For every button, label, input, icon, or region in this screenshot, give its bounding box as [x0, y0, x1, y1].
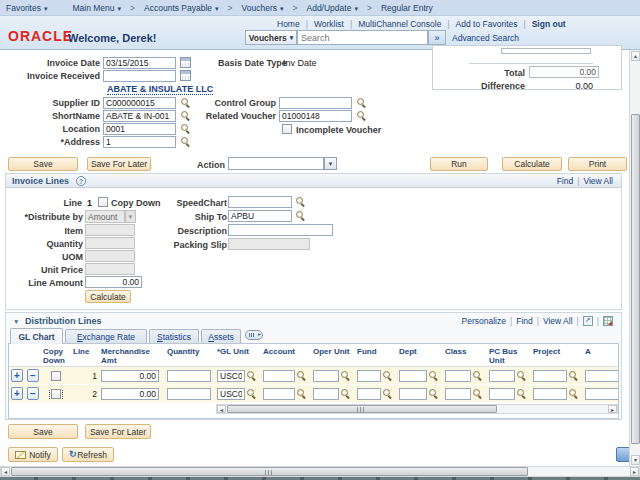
breadcrumb-vouchers[interactable]: Vouchers — [242, 3, 284, 13]
invoice-received-input[interactable] — [103, 70, 176, 82]
activity-input[interactable] — [585, 388, 619, 400]
breadcrumb-favorites[interactable]: Favorites — [6, 3, 47, 13]
supplier-name-link[interactable]: ABATE & INSULATE LLC — [107, 84, 213, 95]
refresh-button[interactable]: Refresh — [62, 447, 114, 462]
merchandise-amt-input[interactable] — [101, 388, 159, 400]
scroll-down-icon[interactable]: ▾ — [631, 455, 640, 465]
invoice-date-input[interactable] — [103, 57, 176, 69]
invoice-lines-view-all-link[interactable]: View All — [583, 176, 613, 186]
invoice-received-calendar-icon[interactable] — [180, 70, 191, 81]
zoom-grid-icon[interactable] — [583, 316, 593, 326]
shortname-input[interactable] — [103, 110, 176, 122]
project-lookup-icon[interactable] — [568, 370, 579, 381]
pc-bus-unit-input[interactable] — [489, 388, 515, 400]
save-for-later-button[interactable]: Save For Later — [87, 157, 151, 171]
location-lookup-icon[interactable] — [180, 123, 191, 134]
speedchart-lookup-icon[interactable] — [295, 196, 306, 207]
tab-gl-chart[interactable]: GL Chart — [10, 328, 63, 344]
address-lookup-icon[interactable] — [180, 136, 191, 147]
vertical-scrollbar-thumb[interactable] — [631, 114, 640, 444]
vertical-scrollbar[interactable]: ▴ ▾ — [629, 50, 640, 466]
collapse-section-icon[interactable] — [13, 316, 19, 326]
delete-row-button[interactable] — [27, 387, 39, 400]
show-all-tabs-icon[interactable] — [245, 330, 263, 340]
pc-bus-unit-lookup-icon[interactable] — [516, 388, 527, 399]
project-input[interactable] — [533, 388, 567, 400]
oper-unit-lookup-icon[interactable] — [340, 370, 351, 381]
dept-input[interactable] — [399, 370, 427, 382]
breadcrumb-accounts-payable[interactable]: Accounts Payable — [144, 3, 219, 13]
line-amount-input[interactable] — [85, 276, 142, 288]
add-row-button[interactable] — [11, 387, 23, 400]
fund-lookup-icon[interactable] — [382, 388, 393, 399]
home-link[interactable]: Home — [277, 19, 300, 29]
print-button[interactable]: Print — [568, 157, 627, 171]
notify-button[interactable]: Notify — [8, 447, 58, 462]
scroll-left-icon[interactable]: ◂ — [1, 467, 10, 476]
worklist-link[interactable]: Worklist — [314, 19, 344, 29]
row-copy-down-checkbox[interactable] — [51, 371, 61, 381]
incomplete-voucher-checkbox[interactable] — [282, 124, 292, 134]
page-scrollbar-thumb[interactable] — [11, 467, 528, 476]
dept-lookup-icon[interactable] — [428, 388, 439, 399]
gl-unit-input[interactable] — [217, 370, 245, 382]
class-input[interactable] — [445, 370, 471, 382]
save-button-bottom[interactable]: Save — [8, 424, 78, 439]
pc-bus-unit-lookup-icon[interactable] — [516, 370, 527, 381]
action-select[interactable] — [228, 157, 324, 170]
row-copy-down-checkbox[interactable] — [51, 389, 61, 399]
dept-input[interactable] — [399, 388, 427, 400]
gl-unit-input[interactable] — [217, 388, 245, 400]
copy-down-checkbox[interactable] — [98, 197, 108, 207]
download-to-excel-icon[interactable] — [603, 316, 613, 326]
tab-statistics[interactable]: Statistics — [149, 329, 199, 343]
activity-input[interactable] — [585, 370, 619, 382]
control-group-input[interactable] — [279, 97, 352, 109]
dept-lookup-icon[interactable] — [428, 370, 439, 381]
search-go-button[interactable]: » — [428, 30, 446, 45]
oper-unit-lookup-icon[interactable] — [340, 388, 351, 399]
add-to-favorites-link[interactable]: Add to Favorites — [456, 19, 518, 29]
breadcrumb-main-menu[interactable]: Main Menu — [72, 3, 121, 13]
gl-unit-lookup-icon[interactable] — [246, 388, 257, 399]
grid-horizontal-scrollbar[interactable]: ◂ ▸ — [216, 404, 618, 414]
calculate-button[interactable]: Calculate — [502, 157, 562, 171]
quantity-input[interactable] — [167, 388, 211, 400]
oper-unit-input[interactable] — [313, 388, 339, 400]
save-button[interactable]: Save — [8, 157, 78, 171]
multichannel-console-link[interactable]: MultiChannel Console — [358, 19, 441, 29]
line-calculate-button[interactable]: Calculate — [85, 290, 131, 303]
merchandise-amt-input[interactable] — [101, 370, 159, 382]
speedchart-input[interactable] — [228, 196, 292, 208]
gl-unit-lookup-icon[interactable] — [246, 370, 257, 381]
distribution-view-all-link[interactable]: View All — [543, 316, 573, 326]
delete-row-button[interactable] — [27, 369, 39, 382]
address-input[interactable] — [103, 136, 176, 148]
search-scope-dropdown[interactable]: Vouchers — [245, 30, 297, 45]
sign-out-link[interactable]: Sign out — [532, 19, 566, 29]
breadcrumb-add-update[interactable]: Add/Update — [307, 3, 358, 13]
project-lookup-icon[interactable] — [568, 388, 579, 399]
advanced-search-link[interactable]: Advanced Search — [452, 33, 519, 43]
class-lookup-icon[interactable] — [472, 388, 483, 399]
scroll-up-icon[interactable]: ▴ — [631, 51, 640, 61]
scroll-right-icon[interactable]: ▸ — [630, 467, 639, 476]
control-group-lookup-icon[interactable] — [356, 97, 367, 108]
account-input[interactable] — [263, 388, 295, 400]
project-input[interactable] — [533, 370, 567, 382]
tab-assets[interactable]: Assets — [201, 329, 241, 343]
action-dropdown-icon[interactable] — [324, 157, 337, 170]
total-input[interactable] — [529, 66, 599, 78]
class-input[interactable] — [445, 388, 471, 400]
page-horizontal-scrollbar[interactable]: ◂ ▸ — [0, 466, 640, 477]
personalize-link[interactable]: Personalize — [462, 316, 506, 326]
related-voucher-input[interactable] — [279, 110, 352, 122]
save-for-later-button-bottom[interactable]: Save For Later — [85, 424, 151, 439]
grid-scrollbar-thumb[interactable] — [227, 405, 497, 413]
fund-input[interactable] — [357, 388, 381, 400]
invoice-lines-find-link[interactable]: Find — [557, 176, 574, 186]
ship-to-input[interactable] — [228, 210, 292, 222]
run-button[interactable]: Run — [430, 157, 488, 171]
class-lookup-icon[interactable] — [472, 370, 483, 381]
scroll-right-icon[interactable]: ▸ — [608, 405, 617, 413]
